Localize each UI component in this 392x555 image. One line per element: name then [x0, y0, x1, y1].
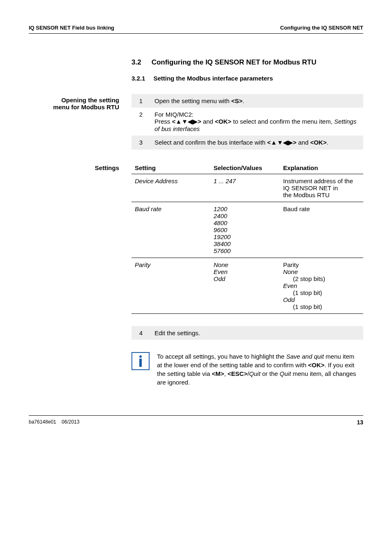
- step-row: 3 Select and confirm the bus interface w…: [131, 136, 363, 150]
- table-header-row: Setting Selection/Values Explanation: [131, 162, 363, 174]
- cell-values: 1 ... 247: [210, 174, 280, 202]
- section-number: 3.2: [131, 58, 141, 67]
- info-icon: [131, 352, 150, 370]
- info-callout: To accept all settings, you have to high…: [131, 352, 359, 387]
- step-row: 1 Open the setting menu with <S>.: [131, 94, 363, 108]
- table-row: Device Address 1 ... 247 Instrument addr…: [131, 174, 363, 202]
- cell-setting: Parity: [131, 258, 210, 314]
- cell-values: None Even Odd: [210, 258, 280, 314]
- page-header: IQ SENSOR NET Field bus linking Configur…: [29, 25, 363, 34]
- section-title: Configuring the IQ SENSOR NET for Modbus…: [152, 58, 316, 67]
- settings-table: Setting Selection/Values Explanation Dev…: [131, 162, 363, 314]
- page-footer: ba76148e01 06/2013 13: [29, 415, 363, 426]
- cell-explanation: Parity None (2 stop bits) Even (1 stop b…: [280, 258, 363, 314]
- header-left: IQ SENSOR NET Field bus linking: [29, 25, 114, 31]
- step-text: Open the setting menu with <S>.: [150, 94, 363, 108]
- step4-table: 4 Edit the settings.: [131, 326, 363, 340]
- footer-left: ba76148e01 06/2013: [29, 419, 79, 426]
- section-heading: 3.2 Configuring the IQ SENSOR NET for Mo…: [131, 58, 363, 67]
- cell-setting: Baud rate: [131, 202, 210, 258]
- cell-explanation: Baud rate: [280, 202, 363, 258]
- header-right: Configuring the IQ SENSOR NET: [280, 25, 363, 31]
- cell-setting: Device Address: [131, 174, 210, 202]
- step-number: 1: [131, 94, 150, 108]
- table-row: Parity None Even Odd Parity None (2 stop…: [131, 258, 363, 314]
- col-values: Selection/Values: [210, 162, 280, 174]
- step-row: 4 Edit the settings.: [131, 326, 363, 340]
- table-row: Baud rate 1200 2400 4800 9600 19200 3840…: [131, 202, 363, 258]
- step-row: 2 For MIQ/MC2: Press <▲▼◀▶> and <OK> to …: [131, 108, 363, 136]
- step-text: Select and confirm the bus interface wit…: [150, 136, 363, 150]
- step-number: 4: [131, 326, 150, 340]
- page-number: 13: [357, 419, 363, 426]
- opening-label: Opening the setting menu for Modbus RTU: [29, 94, 119, 150]
- cell-explanation: Instrument address of the IQ SENSOR NET …: [280, 174, 363, 202]
- step-number: 2: [131, 108, 150, 136]
- step-text: Edit the settings.: [150, 326, 363, 340]
- step-number: 3: [131, 136, 150, 150]
- cell-values: 1200 2400 4800 9600 19200 38400 57600: [210, 202, 280, 258]
- subsection-heading: 3.2.1 Setting the Modbus interface param…: [131, 75, 363, 82]
- settings-label: Settings: [29, 162, 119, 340]
- subsection-number: 3.2.1: [131, 75, 145, 82]
- info-text: To accept all settings, you have to high…: [157, 352, 359, 387]
- subsection-title: Setting the Modbus interface parameters: [153, 75, 273, 82]
- col-explanation: Explanation: [280, 162, 363, 174]
- step-text: For MIQ/MC2: Press <▲▼◀▶> and <OK> to se…: [150, 108, 363, 136]
- col-setting: Setting: [131, 162, 210, 174]
- steps-table: 1 Open the setting menu with <S>. 2 For …: [131, 94, 363, 150]
